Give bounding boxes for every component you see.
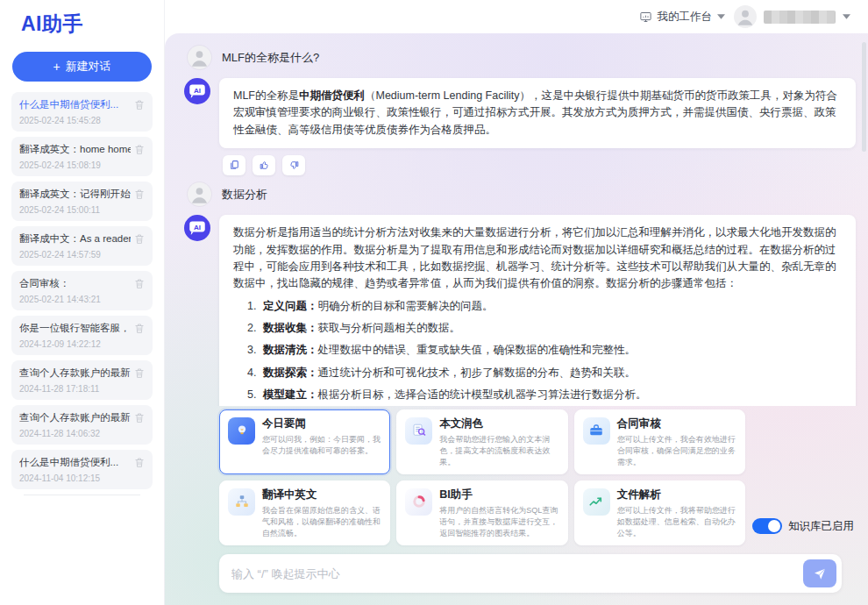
conversation-item[interactable]: 查询个人存款账户的最新...2024-11-28 14:06:32 xyxy=(11,405,153,445)
copy-button[interactable] xyxy=(223,155,245,175)
ai-message-intro: 数据分析是指用适当的统计分析方法对收集来的大量数据进行分析，将它们加以汇总和理解… xyxy=(233,224,842,293)
list-item: 5.模型建立：根据分析目标，选择合适的统计模型或机器学习算法进行数据分析。 xyxy=(247,387,842,403)
conversation-time: 2024-11-04 10:12:15 xyxy=(19,473,131,483)
conversation-title: 合同审核： xyxy=(19,277,131,290)
conversation-item[interactable]: 翻译成英文：记得刚开始...2025-02-24 15:00:11 xyxy=(11,182,153,221)
trash-icon[interactable] xyxy=(134,412,145,424)
analysis-steps-list: 1.定义问题：明确分析的目标和需要解决的问题。 2.数据收集：获取与分析问题相关… xyxy=(233,298,842,406)
trash-icon[interactable] xyxy=(134,144,145,155)
translate-icon xyxy=(228,488,255,516)
conversation-time: 2025-02-24 15:45:28 xyxy=(19,116,131,125)
conversation-time: 2025-02-24 15:08:19 xyxy=(19,160,131,170)
conversation-time: 2024-11-28 17:18:11 xyxy=(19,384,131,394)
chat-messages: MLF的全称是什么? AI MLF的全称是中期借贷便利（Medium-term … xyxy=(165,33,868,406)
document-polish-icon xyxy=(405,417,432,445)
knowledge-base-toggle[interactable] xyxy=(752,518,782,534)
conversation-time: 2024-11-28 14:06:32 xyxy=(19,429,131,438)
user-message-row: 数据分析 xyxy=(188,182,856,206)
conversation-list: 什么是中期借贷便利...2025-02-24 15:45:28 翻译成英文：ho… xyxy=(0,92,164,605)
conversation-title: 什么是中期借贷便利... xyxy=(19,456,131,469)
trash-icon[interactable] xyxy=(134,278,145,289)
workspace-label: 我的工作台 xyxy=(658,10,713,25)
divider xyxy=(24,495,140,495)
message-actions xyxy=(223,155,856,175)
feature-cards-grid: 今日要闻您可以问我，例如：今日要闻，我会尽力提供准确和可靠的答案。 本文润色我会… xyxy=(219,409,745,545)
chat-panel: MLF的全称是什么? AI MLF的全称是中期借贷便利（Medium-term … xyxy=(165,33,868,605)
new-chat-button[interactable]: + 新建对话 xyxy=(12,52,152,82)
user-message-text: 数据分析 xyxy=(222,187,267,203)
thumbs-up-icon xyxy=(259,160,270,171)
user-menu[interactable] xyxy=(734,5,850,28)
trash-icon[interactable] xyxy=(134,99,145,110)
paper-plane-icon xyxy=(813,566,827,580)
main-area: 我的工作台 MLF的全称是什么? AI xyxy=(165,0,868,605)
thumbs-down-icon xyxy=(288,160,300,171)
toggle-knob xyxy=(768,520,780,532)
ai-avatar: AI xyxy=(184,78,210,104)
card-text-polish[interactable]: 本文润色我会帮助您进行您输入的文本润色，提高文本的流畅度和表达效果。 xyxy=(396,409,567,474)
trash-icon[interactable] xyxy=(134,367,145,379)
ai-message-row: AI MLF的全称是中期借贷便利（Medium-term Lending Fac… xyxy=(184,78,856,148)
conversation-item[interactable]: 翻译成英文：home home2025-02-24 15:08:19 xyxy=(11,137,153,176)
chevron-down-icon xyxy=(717,14,725,19)
conversation-title: 翻译成英文：记得刚开始... xyxy=(19,188,131,201)
scrollbar-thumb[interactable] xyxy=(862,42,866,152)
knowledge-base-toggle-area: 知识库已启用 xyxy=(751,507,854,545)
list-item: 4.数据探索：通过统计分析和可视化技术，初步了解数据的分布、趋势和关联。 xyxy=(247,365,842,381)
user-avatar xyxy=(734,5,757,28)
bulb-icon xyxy=(228,417,255,445)
card-today-news[interactable]: 今日要闻您可以问我，例如：今日要闻，我会尽力提供准确和可靠的答案。 xyxy=(219,409,390,474)
sidebar: AI助手 + 新建对话 什么是中期借贷便利...2025-02-24 15:45… xyxy=(0,0,165,605)
ai-message-text: MLF的全称是 xyxy=(233,89,299,102)
conversation-item[interactable]: 合同审核：2025-02-21 14:43:21 xyxy=(11,271,153,310)
conversation-item[interactable]: 你是一位银行智能客服，...2024-12-09 14:22:12 xyxy=(11,316,153,355)
briefcase-icon xyxy=(583,417,610,445)
chevron-down-icon xyxy=(843,14,850,19)
monitor-icon xyxy=(639,11,652,24)
card-file-parse[interactable]: 文件解析您可以上传文件，我将帮助您进行如数据处理、信息检索、自动化办公等。 xyxy=(574,480,745,545)
thumbs-down-button[interactable] xyxy=(282,155,305,175)
ai-message-row: AI 数据分析是指用适当的统计分析方法对收集来的大量数据进行分析，将它们加以汇总… xyxy=(184,215,856,406)
trash-icon[interactable] xyxy=(134,189,145,200)
new-chat-label: 新建对话 xyxy=(66,59,111,75)
username-redacted xyxy=(764,11,836,24)
card-translate[interactable]: 翻译中英文我会旨在保留原始信息的含义、语气和风格，以确保翻译的准确性和自然流畅。 xyxy=(219,480,390,545)
conversation-title: 翻译成英文：home home xyxy=(19,143,131,156)
trash-icon[interactable] xyxy=(134,323,145,334)
prompt-bar xyxy=(219,554,842,593)
conversation-time: 2025-02-24 15:00:11 xyxy=(19,205,131,215)
trend-icon xyxy=(583,488,610,516)
ai-message-bold: 中期借贷便利 xyxy=(299,89,365,102)
workspace-menu[interactable]: 我的工作台 xyxy=(639,10,726,25)
trash-icon[interactable] xyxy=(134,233,145,245)
card-contract-review[interactable]: 合同审核您可以上传文件，我会有效地进行合同审核，确保合同满足您的业务需求。 xyxy=(574,409,745,474)
user-message-row: MLF的全称是什么? xyxy=(188,46,856,69)
conversation-time: 2025-02-24 14:57:59 xyxy=(19,250,131,260)
knowledge-base-label: 知识库已启用 xyxy=(788,519,854,534)
card-bi-assistant[interactable]: BI助手将用户的自然语言转化为SQL查询语句，并直接与数据库进行交互，返回智能推… xyxy=(396,480,567,545)
copy-icon xyxy=(229,160,240,171)
conversation-title: 查询个人存款账户的最新... xyxy=(19,367,131,380)
prompt-input[interactable] xyxy=(231,567,803,580)
svg-text:AI: AI xyxy=(194,224,201,231)
conversation-title: 你是一位银行智能客服，... xyxy=(19,322,131,335)
top-bar: 我的工作台 xyxy=(165,0,868,33)
conversation-time: 2025-02-21 14:43:21 xyxy=(19,295,131,304)
list-item: 1.定义问题：明确分析的目标和需要解决的问题。 xyxy=(247,298,842,315)
list-item: 2.数据收集：获取与分析问题相关的数据。 xyxy=(247,320,842,337)
user-avatar xyxy=(188,182,211,206)
conversation-title: 查询个人存款账户的最新... xyxy=(19,411,131,424)
conversation-time: 2024-12-09 14:22:12 xyxy=(19,339,131,349)
app-logo: AI助手 xyxy=(0,0,164,45)
conversation-item[interactable]: 查询个人存款账户的最新...2024-11-28 17:18:11 xyxy=(11,360,153,400)
conversation-item[interactable]: 什么是中期借贷便利...2025-02-24 15:45:28 xyxy=(11,92,153,132)
conversation-title: 什么是中期借贷便利... xyxy=(19,98,131,111)
conversation-item[interactable]: 什么是中期借贷便利...2024-11-04 10:12:15 xyxy=(11,450,153,489)
conversation-item[interactable]: 翻译成中文：As a reader...2025-02-24 14:57:59 xyxy=(11,226,153,266)
thumbs-up-button[interactable] xyxy=(253,155,275,175)
send-button[interactable] xyxy=(803,559,836,587)
conversation-title: 翻译成中文：As a reader... xyxy=(19,232,131,246)
feature-section: 今日要闻您可以问我，例如：今日要闻，我会尽力提供准确和可靠的答案。 本文润色我会… xyxy=(219,409,854,545)
plus-icon: + xyxy=(53,60,60,74)
trash-icon[interactable] xyxy=(134,457,145,468)
